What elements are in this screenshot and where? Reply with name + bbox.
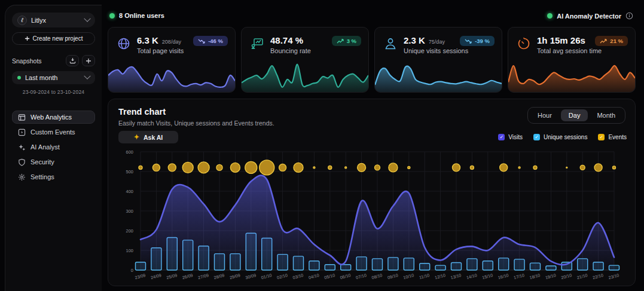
online-users-label: 8 Online users	[119, 12, 164, 19]
card-per-day: 75/day	[429, 39, 445, 45]
card-label: Bouncing rate	[270, 47, 311, 54]
card-total-page-visits: 6.3 K 208/day Total page visits -46 %	[108, 27, 236, 93]
svg-text:09/10: 09/10	[387, 272, 399, 280]
checkbox-checked-icon[interactable]: ✓	[498, 134, 505, 140]
trend-badge: -39 %	[460, 36, 495, 46]
add-snapshot-button[interactable]	[82, 55, 95, 66]
card-bouncing-rate: 48.74 % Bouncing rate 3 %	[241, 27, 369, 93]
timer-icon	[517, 36, 531, 51]
card-sparkline	[242, 60, 368, 92]
svg-text:04/10: 04/10	[308, 272, 320, 280]
trend-down-icon	[198, 39, 205, 44]
tab-month[interactable]: Month	[589, 109, 623, 121]
svg-text:16/10: 16/10	[498, 272, 509, 280]
svg-text:21/10: 21/10	[576, 272, 588, 280]
svg-text:22/10: 22/10	[592, 272, 604, 280]
ai-anomaly-detector-status: AI Anomaly Detector	[547, 12, 633, 20]
svg-text:300: 300	[126, 209, 133, 214]
legend-events[interactable]: ✓ Events	[598, 134, 627, 140]
svg-text:03/10: 03/10	[292, 272, 304, 280]
ask-ai-button[interactable]: ✦ Ask AI	[118, 131, 178, 143]
card-label: Total avg session time	[537, 47, 602, 54]
granularity-tabs: Hour Day Month	[527, 107, 625, 124]
card-value: 2.3 K	[404, 35, 425, 45]
legend-label: Visits	[508, 134, 523, 140]
svg-text:27/09: 27/09	[197, 272, 209, 280]
app-window: ℓ Litlyx Create new project Snapshots La…	[0, 0, 644, 291]
green-dot-icon	[547, 13, 553, 19]
trend-down-icon	[465, 39, 472, 44]
svg-text:200: 200	[126, 228, 133, 234]
svg-text:06/10: 06/10	[340, 272, 352, 280]
svg-text:26/09: 26/09	[182, 272, 194, 280]
tab-hour[interactable]: Hour	[530, 109, 560, 121]
card-per-day: 208/day	[162, 39, 181, 45]
info-icon[interactable]	[625, 12, 633, 20]
snapshot-range-value: Last month	[25, 74, 81, 81]
card-label: Total page visits	[137, 47, 184, 54]
snapshot-range-select[interactable]: Last month	[12, 71, 95, 84]
sidebar: ℓ Litlyx Create new project Snapshots La…	[5, 5, 102, 291]
svg-text:28/09: 28/09	[213, 272, 225, 280]
ask-ai-label: Ask AI	[144, 134, 163, 141]
panel-subtitle: Easily match Visits, Unique sessions and…	[118, 120, 274, 127]
sidebar-item-custom-events[interactable]: Custom Events	[12, 125, 95, 139]
svg-text:15/10: 15/10	[481, 272, 493, 280]
nav-label: Settings	[30, 173, 54, 180]
project-selector[interactable]: ℓ Litlyx	[12, 13, 95, 27]
export-snapshot-button[interactable]	[66, 55, 79, 66]
card-sparkline	[108, 60, 235, 92]
checkbox-checked-icon[interactable]: ✓	[533, 134, 540, 140]
chevron-down-icon	[84, 15, 90, 22]
svg-text:18/10: 18/10	[529, 272, 541, 280]
trend-badge: 21 %	[595, 36, 628, 46]
sidebar-item-security[interactable]: Security	[12, 155, 95, 169]
trend-badge: -46 %	[193, 36, 228, 46]
svg-text:12/10: 12/10	[434, 272, 446, 280]
sidebar-item-settings[interactable]: Settings	[12, 170, 95, 183]
green-dot-icon	[109, 13, 115, 19]
card-unique-visits-sessions: 2.3 K 75/day Unique visits sessions -39 …	[374, 27, 502, 93]
plus-icon	[25, 36, 30, 41]
online-users-status: 8 Online users	[109, 12, 164, 19]
snapshot-date-range: 23-09-2024 to 23-10-2024	[12, 89, 95, 95]
legend-visits[interactable]: ✓ Visits	[498, 134, 523, 140]
trend-chart-svg[interactable]: 010020030040050060023/0924/0925/0926/092…	[115, 147, 628, 284]
create-project-label: Create new project	[33, 35, 83, 42]
svg-text:01/10: 01/10	[261, 272, 273, 280]
event-bolt-icon	[17, 128, 26, 136]
svg-text:25/09: 25/09	[166, 272, 178, 280]
bounce-board-icon	[250, 36, 264, 51]
legend-unique-sessions[interactable]: ✓ Unique sessions	[533, 134, 587, 140]
trend-chart-area[interactable]: 010020030040050060023/0924/0925/0926/092…	[115, 147, 628, 287]
svg-text:600: 600	[126, 149, 133, 155]
svg-text:24/09: 24/09	[150, 272, 162, 280]
svg-text:30/09: 30/09	[245, 272, 257, 280]
sidebar-item-web-analytics[interactable]: Web Analytics	[12, 111, 95, 124]
trend-badge: 3 %	[332, 36, 361, 46]
globe-icon	[117, 36, 131, 51]
svg-text:20/10: 20/10	[560, 272, 572, 280]
chevron-down-icon	[84, 73, 90, 79]
user-icon	[383, 36, 398, 51]
svg-text:400: 400	[126, 189, 133, 194]
svg-text:02/10: 02/10	[276, 272, 288, 280]
chart-legend: ✓ Visits ✓ Unique sessions ✓ Events	[498, 134, 627, 140]
trend-up-icon	[600, 39, 607, 44]
sidebar-nav: Web Analytics Custom Events AI Analyst S…	[12, 111, 95, 183]
card-sparkline	[508, 60, 635, 92]
ai-anomaly-detector-label: AI Anomaly Detector	[557, 13, 621, 20]
tab-day[interactable]: Day	[561, 109, 588, 121]
sidebar-item-ai-analyst[interactable]: AI Analyst	[12, 140, 95, 154]
sparkles-icon: ✦	[134, 133, 139, 141]
create-new-project-button[interactable]: Create new project	[12, 32, 95, 45]
sparkles-icon	[17, 143, 26, 151]
stat-cards-row: 6.3 K 208/day Total page visits -46 % 48…	[108, 27, 636, 93]
card-sparkline	[375, 60, 502, 92]
trend-chart-panel: Trend chart Easily match Visits, Unique …	[108, 99, 636, 286]
legend-label: Unique sessions	[544, 134, 587, 140]
card-value: 48.74 %	[270, 35, 303, 45]
card-total-avg-session-time: 1h 15m 26s Total avg session time 21 %	[508, 27, 636, 93]
svg-text:23/10: 23/10	[608, 272, 620, 280]
checkbox-checked-icon[interactable]: ✓	[598, 134, 605, 140]
